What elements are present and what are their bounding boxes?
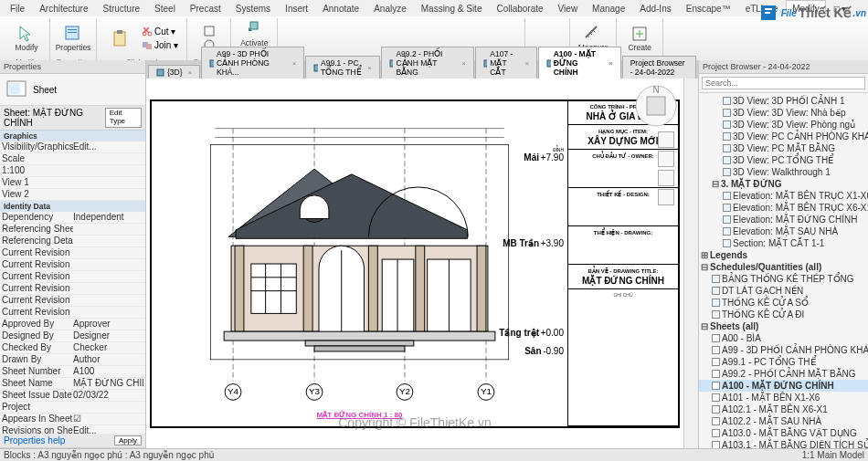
create-button[interactable]: Create (622, 23, 657, 54)
prop-row[interactable]: Project (0, 402, 145, 414)
view-tab[interactable]: A99 - 3D PHỐI CẢNH PHÒNG KHÁ...× (201, 47, 304, 79)
view-tab[interactable]: {3D}× (148, 65, 200, 79)
view-tab[interactable]: A99.1 - PC TỔNG THỂ× (305, 56, 379, 79)
view-btn-2[interactable] (549, 31, 564, 46)
twisty-icon[interactable]: ⊟ (701, 261, 708, 273)
view-btn-1[interactable] (531, 31, 545, 46)
tree-item[interactable]: A103.0 - MẶT BẰNG VẬT DỤNG (699, 427, 868, 439)
view-tab[interactable]: A100 - MẶT ĐỨNG CHÍNH× (538, 47, 621, 79)
prop-row[interactable]: Current Revision (0, 307, 145, 319)
prop-row[interactable]: Sheet NameMẶT ĐỨNG CHÍNH (0, 378, 145, 390)
close-icon[interactable]: × (292, 59, 297, 68)
close-icon[interactable]: × (188, 68, 193, 77)
prop-row[interactable]: Referencing Detail (0, 236, 145, 247)
modify-button[interactable]: Modify (9, 23, 44, 54)
delete-icon[interactable] (504, 31, 519, 46)
prop-row[interactable]: Drawn ByAuthor (0, 354, 145, 366)
search-input[interactable] (702, 77, 865, 89)
scale-icon[interactable] (464, 31, 479, 46)
ribbon-tab[interactable]: Enscape™ (680, 0, 737, 16)
trim-icon[interactable] (404, 31, 418, 46)
tree-item[interactable]: THỐNG KÊ CỬA ĐI (699, 309, 868, 320)
cut-button[interactable]: Cut ▾ (139, 25, 181, 37)
tree-item[interactable]: Elevation: MẶT ĐỨNG CHÍNH (699, 214, 868, 225)
tree-item[interactable]: ⊟Sheets (all) (699, 320, 868, 332)
tree-item[interactable]: 3D View: PC CẢNH PHÒNG KHÁCH (699, 131, 868, 142)
ribbon-tab[interactable]: Manage (586, 0, 631, 16)
prop-row[interactable]: Sheet Issue Date02/03/22 (0, 390, 145, 402)
prop-row[interactable]: Approved ByApprover (0, 319, 145, 330)
copy-icon[interactable] (364, 31, 378, 46)
twisty-icon[interactable]: ⊟ (701, 320, 708, 332)
ribbon-tab[interactable]: Steel (148, 0, 182, 16)
tree-item[interactable]: A103.1 - MẶT BẰNG DIỆN TÍCH SỬ DỤNG (699, 439, 868, 448)
nav-orbit-icon[interactable] (658, 189, 674, 205)
prop-row[interactable]: Current Revision Issued (0, 247, 145, 259)
tree-item[interactable]: A00 - BÌA (699, 332, 868, 344)
tree-item[interactable]: 3D View: Walkthrough 1 (699, 166, 868, 178)
prop-row[interactable]: Appears In Sheet List☑ (0, 414, 145, 425)
drawing-canvas[interactable]: Y4 Y3 Y2 Y1 Mái +7.90 ĐỈNH MB Trần +3.90… (146, 79, 683, 448)
array-icon[interactable] (444, 31, 459, 46)
tree-item[interactable]: A101 - MẶT BÊN X1-X6 (699, 392, 868, 403)
move-icon[interactable] (344, 31, 358, 46)
join-button[interactable]: Join ▾ (139, 38, 181, 51)
tree-item[interactable]: 3D View: 3D View: Nhà bếp (699, 107, 868, 119)
help-link[interactable]: Properties help (4, 435, 65, 445)
tree-item[interactable]: ⊞Legends (699, 249, 868, 261)
nav-zoom-icon[interactable] (658, 170, 674, 186)
paste-button[interactable] (102, 27, 137, 49)
tree-item[interactable]: A100 - MẶT ĐỨNG CHÍNH (699, 380, 868, 392)
tree-item[interactable]: A99 - 3D PHỐI CẢNH PHÒNG KHÁCH (699, 344, 868, 356)
rotate-icon[interactable] (384, 31, 398, 46)
tree-item[interactable]: ⊟Schedules/Quantities (all) (699, 261, 868, 273)
ribbon-tab[interactable]: Structure (96, 0, 146, 16)
mirror-icon[interactable] (323, 31, 338, 46)
ribbon-tab[interactable]: Precast (184, 0, 228, 16)
prop-row[interactable]: 1:100 (0, 165, 145, 177)
nav-pan-icon[interactable] (658, 151, 674, 167)
tree-item[interactable]: 3D View: PC MẶT BẰNG (699, 142, 868, 154)
view-tab[interactable]: A107 - MẶT CẮT× (475, 47, 537, 79)
close-icon[interactable]: × (367, 64, 372, 72)
geo-btn-1[interactable] (201, 25, 217, 37)
tree-item[interactable]: A99.1 - PC TỔNG THỂ (699, 356, 868, 368)
apply-button[interactable]: Apply (114, 435, 142, 445)
align-icon[interactable] (283, 31, 298, 46)
prop-row[interactable]: Designed ByDesigner (0, 330, 145, 342)
prop-row[interactable]: Current Revision Description (0, 295, 145, 307)
tree-item[interactable]: Elevation: MẶT BÊN TRỤC X1-X6 (699, 190, 868, 202)
prop-row[interactable]: View 1 (0, 177, 145, 189)
nav-cube[interactable]: N (634, 84, 678, 128)
tree-item[interactable]: A102.1 - MẶT BÊN X6-X1 (699, 403, 868, 415)
twisty-icon[interactable]: ⊞ (701, 249, 708, 261)
close-icon[interactable]: × (609, 59, 613, 68)
tree-item[interactable]: 3D View: 3D View: Phòng ngủ (699, 119, 868, 131)
ribbon-tab[interactable]: File (4, 0, 31, 16)
tree-item[interactable]: Elevation: MẶT BÊN TRỤC X6-X1 (699, 202, 868, 214)
pin-icon[interactable] (484, 31, 499, 46)
edit-type-button[interactable]: Edit Type (105, 108, 142, 128)
prop-row[interactable]: Referencing Sheet (0, 224, 145, 236)
ribbon-tab[interactable]: Add-Ins (633, 0, 677, 16)
prop-row[interactable]: Revisions on SheetEdit... (0, 425, 145, 434)
scrollbar[interactable] (683, 79, 698, 448)
tree-item[interactable]: BẢNG THỐNG KÊ THÉP TỔNG (699, 273, 868, 285)
prop-row[interactable]: Checked ByChecker (0, 342, 145, 354)
tree-item[interactable]: Elevation: MẶT SAU NHÀ (699, 225, 868, 237)
nav-home-icon[interactable] (658, 131, 674, 148)
tree-item[interactable]: THỐNG KÊ CỬA SỔ (699, 297, 868, 309)
tree-item[interactable]: Section: MẶT CẮT 1-1 (699, 237, 868, 249)
prop-row[interactable]: DependencyIndependent (0, 212, 145, 224)
tree-item[interactable]: A102.2 - MẶT SAU NHÀ (699, 415, 868, 427)
tree-item[interactable]: DT LÁT GẠCH NỀN (699, 285, 868, 297)
close-icon[interactable]: × (524, 59, 529, 68)
close-icon[interactable]: × (461, 59, 466, 68)
prop-row[interactable]: Visibility/Graphics Overrid...Edit... (0, 141, 145, 153)
tree-item[interactable]: A99.2 - PHỐI CẢNH MẶT BẰNG (699, 368, 868, 380)
project-browser-tab[interactable]: Project Browser - 24-04-2022 (622, 56, 696, 79)
offset-icon[interactable] (303, 31, 318, 46)
prop-row[interactable]: Current Revision Issued By (0, 259, 145, 271)
properties-button[interactable]: Properties (56, 23, 90, 54)
tree-item[interactable]: 3D View: PC TỔNG THỂ (699, 154, 868, 166)
